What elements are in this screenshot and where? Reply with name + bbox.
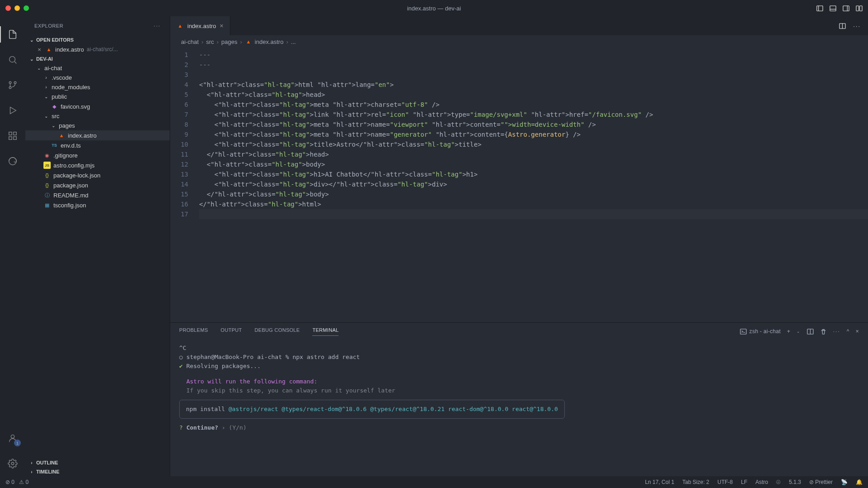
panel-more-icon[interactable]: ··· <box>833 328 840 335</box>
titlebar-actions <box>816 5 863 12</box>
file-tsconfig[interactable]: ▦tsconfig.json <box>25 200 170 210</box>
file-index-astro[interactable]: ▲index.astro <box>25 130 170 140</box>
editor-tabs: ▲ index.astro × ··· <box>170 16 868 35</box>
breadcrumb-item[interactable]: pages <box>221 38 237 45</box>
tab-index-astro[interactable]: ▲ index.astro × <box>170 16 230 35</box>
chevron-down-icon: ⌄ <box>36 66 42 71</box>
maximize-panel-icon[interactable]: ^ <box>847 328 849 335</box>
explorer-activity[interactable] <box>0 22 25 47</box>
source-control-activity[interactable] <box>0 72 25 98</box>
breadcrumb-item[interactable]: src <box>206 38 214 45</box>
close-tab-icon[interactable]: × <box>220 22 224 29</box>
panel-right-icon[interactable] <box>843 5 849 12</box>
editor-tab-actions: ··· <box>832 16 868 35</box>
status-errors[interactable]: ⊘ 0 <box>5 479 14 485</box>
panel-tab-terminal[interactable]: TERMINAL <box>312 327 339 336</box>
folder-vscode[interactable]: ›.vscode <box>25 73 170 82</box>
folder-pages[interactable]: ⌄pages <box>25 121 170 130</box>
chevron-down-icon: ⌄ <box>29 57 34 62</box>
terminal-line: Astro will run the following command: <box>179 377 859 386</box>
chevron-down-icon: ⌄ <box>43 94 49 99</box>
timeline-section[interactable]: › TIMELINE <box>25 467 170 476</box>
gear-icon <box>8 459 18 469</box>
terminal-icon <box>740 328 747 335</box>
minimize-window-button[interactable] <box>14 5 20 11</box>
folder-src[interactable]: ⌄src <box>25 111 170 121</box>
svg-rect-17 <box>14 137 16 139</box>
panel-bottom-icon[interactable] <box>830 5 836 12</box>
file-gitignore[interactable]: ◉.gitignore <box>25 150 170 160</box>
file-package-json[interactable]: {}package.json <box>25 180 170 190</box>
json-file-icon: {} <box>43 182 51 189</box>
folder-label: .vscode <box>52 74 72 81</box>
outline-section[interactable]: › OUTLINE <box>25 458 170 467</box>
status-language[interactable]: Astro <box>755 479 768 485</box>
terminal-shell-selector[interactable]: zsh - ai-chat <box>740 328 781 335</box>
folder-node-modules[interactable]: ›node_modules <box>25 82 170 92</box>
terminal-line: ^C <box>179 344 859 353</box>
panel-tab-output[interactable]: OUTPUT <box>221 327 242 335</box>
sidebar-title: EXPLORER <box>34 23 63 29</box>
code-editor[interactable]: 1234567891011121314151617 ------ <"hl-at… <box>170 48 868 322</box>
split-editor-icon[interactable] <box>839 23 846 29</box>
close-window-button[interactable] <box>5 5 11 11</box>
open-editors-section[interactable]: ⌄ OPEN EDITORS <box>25 35 170 44</box>
sidebar-more-icon[interactable]: ··· <box>154 23 161 29</box>
browser-activity[interactable] <box>0 148 25 174</box>
status-feedback-icon[interactable]: 📡 <box>841 479 848 485</box>
status-encoding[interactable]: UTF-8 <box>717 479 733 485</box>
layout-icon[interactable] <box>856 5 863 12</box>
folder-ai-chat[interactable]: ⌄ai-chat <box>25 63 170 73</box>
svg-rect-6 <box>856 5 859 10</box>
breadcrumb-item[interactable]: ai-chat <box>181 38 199 45</box>
terminal-dropdown-icon[interactable]: ⌄ <box>796 329 800 334</box>
file-astro-config[interactable]: JSastro.config.mjs <box>25 160 170 170</box>
breadcrumbs[interactable]: ai-chat› src› pages› ▲ index.astro› ... <box>170 35 868 48</box>
close-panel-icon[interactable]: × <box>856 328 859 335</box>
breadcrumb-item[interactable]: index.astro <box>255 38 284 45</box>
status-warnings[interactable]: ⚠ 0 <box>19 479 29 485</box>
status-tabsize[interactable]: Tab Size: 2 <box>682 479 709 485</box>
status-cursor[interactable]: Ln 17, Col 1 <box>645 479 674 485</box>
kill-terminal-icon[interactable] <box>820 328 827 335</box>
search-activity[interactable] <box>0 47 25 72</box>
account-badge: 1 <box>14 440 21 446</box>
panel-actions: zsh - ai-chat + ⌄ ··· ^ × <box>740 328 859 335</box>
close-editor-icon[interactable]: × <box>36 46 43 53</box>
breadcrumb-item[interactable]: ... <box>291 38 296 45</box>
accounts-activity[interactable]: 1 <box>0 426 25 451</box>
terminal-content[interactable]: ^C ○ stephan@MacBook-Pro ai-chat % npx a… <box>170 340 868 476</box>
statusbar: ⊘ 0 ⚠ 0 Ln 17, Col 1 Tab Size: 2 UTF-8 L… <box>0 476 868 488</box>
file-readme[interactable]: ⓘREADME.md <box>25 190 170 200</box>
folder-public[interactable]: ⌄public <box>25 92 170 101</box>
file-favicon[interactable]: ◆favicon.svg <box>25 101 170 111</box>
status-prettier[interactable]: ⊘ Prettier <box>809 479 833 485</box>
workspace-section[interactable]: ⌄ DEV-AI <box>25 54 170 63</box>
file-label: astro.config.mjs <box>53 162 95 169</box>
titlebar: index.astro — dev-ai <box>0 0 868 16</box>
more-editor-icon[interactable]: ··· <box>853 23 861 29</box>
file-package-lock[interactable]: {}package-lock.json <box>25 170 170 180</box>
panel-left-icon[interactable] <box>816 5 823 12</box>
panel-tab-debug-console[interactable]: DEBUG CONSOLE <box>255 327 300 335</box>
code-content[interactable]: ------ <"hl-attr">class="hl-tag">html "h… <box>199 48 868 322</box>
shell-name: zsh - ai-chat <box>749 328 781 335</box>
split-terminal-icon[interactable] <box>807 328 814 335</box>
run-debug-activity[interactable] <box>0 98 25 123</box>
settings-activity[interactable] <box>0 451 25 476</box>
panel-tabs: PROBLEMS OUTPUT DEBUG CONSOLE TERMINAL z… <box>170 323 868 340</box>
status-eol[interactable]: LF <box>741 479 747 485</box>
panel-tab-problems[interactable]: PROBLEMS <box>179 327 208 335</box>
chevron-right-icon: › <box>201 38 203 45</box>
maximize-window-button[interactable] <box>24 5 29 11</box>
open-editor-name: index.astro <box>55 46 84 53</box>
status-copilot-icon[interactable]: ⦾ <box>776 479 781 485</box>
svg-point-12 <box>14 81 16 84</box>
status-version[interactable]: 5.1.3 <box>789 479 801 485</box>
status-bell-icon[interactable]: 🔔 <box>856 479 863 485</box>
open-editor-item[interactable]: × ▲ index.astro ai-chat/src/... <box>25 44 170 54</box>
svg-rect-7 <box>859 5 862 10</box>
extensions-activity[interactable] <box>0 123 25 148</box>
file-env-d-ts[interactable]: TSenv.d.ts <box>25 140 170 150</box>
new-terminal-icon[interactable]: + <box>787 328 790 335</box>
